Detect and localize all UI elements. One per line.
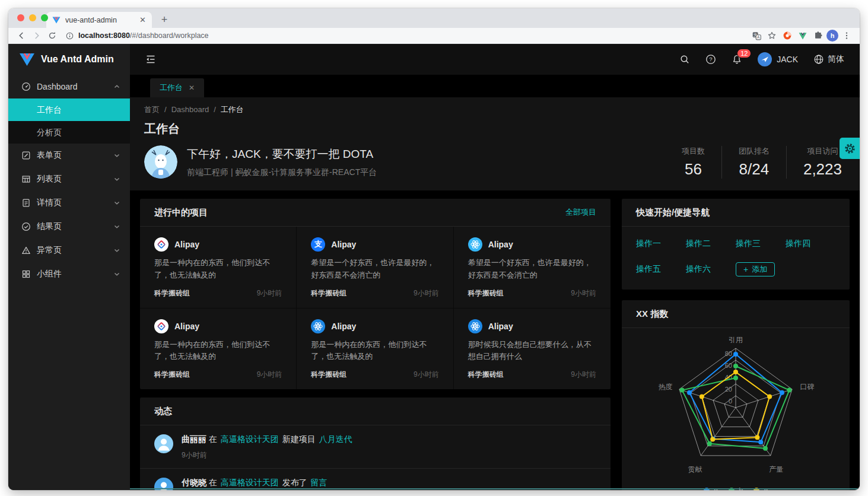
- activity-item: 付晓晓 在 高逼格设计天团 发布了 留言9小时前: [140, 469, 611, 490]
- sidebar-item-小组件[interactable]: 小组件: [8, 262, 130, 286]
- antdesign-icon: [154, 237, 168, 252]
- browser-menu-icon[interactable]: [840, 29, 854, 42]
- sidebar-item-列表页[interactable]: 列表页: [8, 167, 130, 191]
- project-name[interactable]: Alipay: [331, 240, 356, 249]
- sidebar-menu: Dashboard工作台分析页表单页列表页详情页结果页异常页小组件: [8, 75, 130, 286]
- quicknav-link-操作六[interactable]: 操作六: [686, 264, 736, 275]
- project-group-link[interactable]: 科学搬砖组: [154, 288, 190, 298]
- sidebar-item-结果页[interactable]: 结果页: [8, 215, 130, 239]
- project-card[interactable]: Alipay希望是一个好东西，也许是最好的，好东西是不会消亡的科学搬砖组9小时前: [454, 227, 611, 309]
- project-name[interactable]: Alipay: [174, 240, 199, 249]
- zoom-window-button[interactable]: [41, 14, 48, 21]
- extensions-puzzle-icon[interactable]: [811, 29, 825, 42]
- svg-text:热度: 热度: [659, 383, 673, 391]
- quicknav-card-title: 快速开始/便捷导航: [636, 207, 710, 218]
- vue-devtools-icon[interactable]: [796, 29, 810, 42]
- page-tab-workplace[interactable]: 工作台 ✕: [150, 78, 204, 97]
- react-icon: [468, 237, 482, 252]
- header-stats: 项目数56团队排名8/24项目访问2,223: [665, 146, 845, 179]
- activity-user[interactable]: 曲丽丽: [182, 434, 206, 444]
- activities-card: 动态 曲丽丽 在 高逼格设计天团 新建项目 八月迭代9小时前付晓晓 在 高逼格设…: [140, 398, 611, 490]
- breadcrumb-home[interactable]: 首页: [144, 105, 160, 114]
- reload-button[interactable]: [45, 29, 59, 42]
- project-group-link[interactable]: 科学搬砖组: [468, 370, 504, 380]
- sidebar-subitem-分析页[interactable]: 分析页: [8, 121, 130, 144]
- quicknav-link-操作二[interactable]: 操作二: [686, 239, 736, 249]
- sidebar-item-异常页[interactable]: 异常页: [8, 239, 130, 262]
- breadcrumb-section[interactable]: Dashboard: [171, 105, 209, 114]
- all-projects-link[interactable]: 全部项目: [565, 207, 596, 218]
- activity-link[interactable]: 高逼格设计天团: [221, 478, 279, 487]
- quicknav-link-操作一[interactable]: 操作一: [636, 239, 686, 249]
- radar-card: XX 指数 020406080引用口碑产量贡献热度 abc: [622, 300, 850, 490]
- user-description: 前端工程师 | 蚂蚁金服-计算服务事业群-REACT平台: [187, 167, 377, 178]
- url-path: /#/dashboard/workplace: [130, 31, 209, 40]
- browser-tab[interactable]: vue-antd-admin ✕: [46, 12, 152, 28]
- settings-gear-button[interactable]: [840, 138, 860, 159]
- notification-badge: 12: [737, 49, 751, 58]
- radar-card-title: XX 指数: [636, 309, 668, 320]
- project-card[interactable]: Alipay那是一种内在的东西，他们到达不了，也无法触及的科学搬砖组9小时前: [297, 309, 453, 390]
- project-group-link[interactable]: 科学搬砖组: [311, 288, 346, 298]
- project-group-link[interactable]: 科学搬砖组: [311, 370, 346, 380]
- activities-card-title: 动态: [154, 406, 172, 417]
- project-group-link[interactable]: 科学搬砖组: [468, 288, 504, 298]
- activity-link[interactable]: 高逼格设计天团: [221, 434, 279, 444]
- project-description: 那是一种内在的东西，他们到达不了，也无法触及的: [311, 339, 438, 364]
- activity-link[interactable]: 留言: [311, 478, 328, 487]
- user-profile-avatar: [144, 145, 177, 179]
- activity-link[interactable]: 八月迭代: [319, 434, 352, 444]
- site-info-icon[interactable]: [65, 31, 74, 40]
- project-name[interactable]: Alipay: [488, 322, 513, 331]
- forward-button[interactable]: [30, 29, 44, 42]
- sidebar-subitem-工作台[interactable]: 工作台: [8, 98, 130, 121]
- chevron-down-icon: [113, 271, 120, 278]
- breadcrumb-current: 工作台: [221, 105, 244, 114]
- quicknav-link-操作四[interactable]: 操作四: [786, 239, 835, 249]
- bookmark-star-icon[interactable]: [765, 29, 779, 42]
- project-time: 9小时前: [571, 370, 596, 380]
- extension-orange-icon[interactable]: [780, 29, 794, 42]
- minimize-window-button[interactable]: [29, 14, 36, 21]
- project-name[interactable]: Alipay: [488, 240, 513, 249]
- activity-user[interactable]: 付晓晓: [182, 478, 206, 487]
- project-card[interactable]: Alipay那是一种内在的东西，他们到达不了，也无法触及的科学搬砖组9小时前: [140, 227, 297, 309]
- svg-text:?: ?: [710, 56, 713, 62]
- project-group-link[interactable]: 科学搬砖组: [154, 370, 190, 380]
- project-card[interactable]: 支Alipay希望是一个好东西，也许是最好的，好东西是不会消亡的科学搬砖组9小时…: [297, 227, 453, 309]
- page-tab-label: 工作台: [160, 82, 183, 93]
- browser-profile-avatar[interactable]: h: [826, 30, 838, 42]
- sidebar-item-表单页[interactable]: 表单页: [8, 144, 130, 167]
- translate-icon[interactable]: 文A: [749, 29, 764, 42]
- help-icon[interactable]: ?: [705, 54, 716, 65]
- activity-item: 曲丽丽 在 高逼格设计天团 新建项目 八月迭代9小时前: [140, 425, 611, 469]
- project-card[interactable]: Alipay那时候我只会想自己想要什么，从不想自己拥有什么科学搬砖组9小时前: [454, 309, 611, 390]
- quicknav-link-操作三[interactable]: 操作三: [736, 239, 786, 249]
- projects-card-title: 进行中的项目: [154, 207, 208, 218]
- quicknav-link-操作五[interactable]: 操作五: [636, 264, 686, 275]
- notifications-bell-icon[interactable]: 12: [732, 54, 742, 65]
- projects-card: 进行中的项目 全部项目 Alipay那是一种内在的东西，他们到达不了，也无法触及…: [140, 199, 611, 389]
- user-avatar: [154, 434, 173, 453]
- new-tab-button[interactable]: +: [157, 12, 172, 27]
- close-window-button[interactable]: [17, 14, 24, 21]
- browser-tab-title: vue-antd-admin: [65, 16, 135, 24]
- search-icon[interactable]: [679, 54, 690, 65]
- address-bar[interactable]: localhost:8080/#/dashboard/workplace: [61, 31, 748, 40]
- back-button[interactable]: [14, 29, 28, 42]
- project-name[interactable]: Alipay: [331, 322, 356, 331]
- quicknav-card: 快速开始/便捷导航 操作一操作二操作三操作四操作五操作六+添加: [622, 199, 850, 290]
- language-selector[interactable]: 简体: [813, 54, 844, 65]
- user-menu[interactable]: JACK: [758, 52, 798, 66]
- app-logo[interactable]: Vue Antd Admin: [8, 44, 130, 75]
- tab-close-icon[interactable]: ✕: [139, 15, 146, 24]
- quicknav-links: 操作一操作二操作三操作四操作五操作六+添加: [622, 227, 850, 290]
- project-description: 希望是一个好东西，也许是最好的，好东西是不会消亡的: [311, 257, 438, 282]
- add-button[interactable]: +添加: [736, 262, 775, 276]
- sidebar-item-Dashboard[interactable]: Dashboard: [8, 75, 130, 98]
- menu-fold-icon[interactable]: [145, 54, 156, 65]
- sidebar-item-详情页[interactable]: 详情页: [8, 191, 130, 215]
- project-card[interactable]: Alipay那是一种内在的东西，他们到达不了，也无法触及的科学搬砖组9小时前: [140, 309, 297, 390]
- project-name[interactable]: Alipay: [174, 322, 199, 331]
- page-tab-close-icon[interactable]: ✕: [189, 84, 195, 92]
